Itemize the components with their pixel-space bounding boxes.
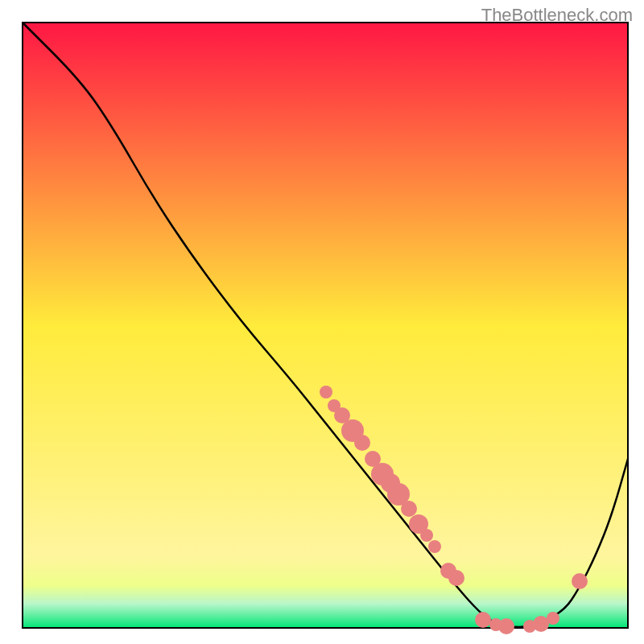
plot-background	[23, 23, 628, 628]
bottleneck-chart: TheBottleneck.com	[0, 0, 644, 644]
data-marker	[448, 570, 464, 586]
data-marker	[320, 386, 332, 398]
data-marker	[547, 612, 559, 625]
data-marker	[401, 501, 417, 517]
chart-svg	[0, 0, 644, 644]
data-marker	[428, 540, 441, 553]
data-marker	[475, 612, 491, 628]
data-marker	[354, 435, 370, 451]
data-marker	[498, 618, 514, 634]
watermark-text: TheBottleneck.com	[481, 5, 633, 26]
data-marker	[572, 573, 588, 589]
data-marker	[420, 529, 433, 542]
